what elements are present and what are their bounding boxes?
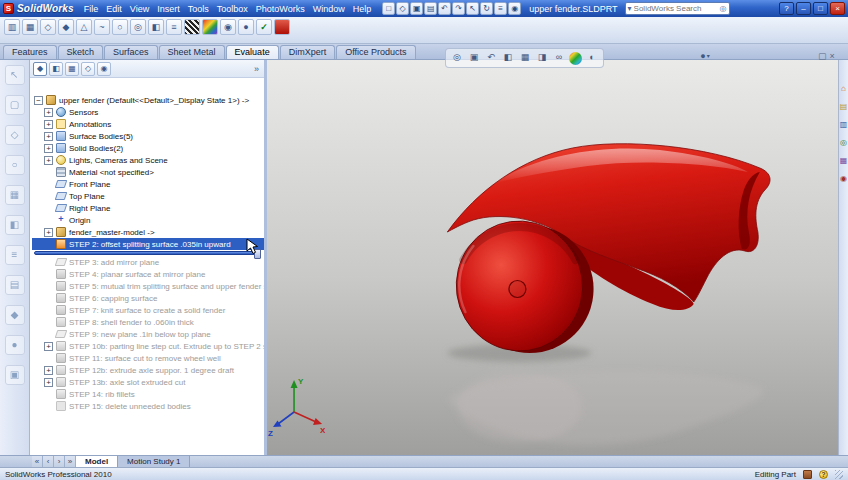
section-view-icon[interactable]: ◧ [5,215,25,235]
expand-toggle-icon[interactable] [44,366,53,375]
feature-tree-item[interactable]: STEP 2: offset splitting surface .035in … [32,238,264,250]
menu-item[interactable]: Toolbox [213,2,252,16]
apply-scene-icon[interactable]: ◐ [585,51,599,65]
expand-toggle-icon[interactable] [44,144,53,153]
feature-tree-root[interactable]: upper fender (Default<<Default>_Display … [32,94,264,106]
new-document-icon[interactable]: □ [382,2,395,15]
spline-icon[interactable]: ~ [94,19,110,35]
edit-appearance-icon[interactable] [569,52,582,65]
scene-icon[interactable]: ▣ [5,365,25,385]
undo-icon[interactable]: ↶ [438,2,451,15]
feature-tree-item[interactable]: STEP 9: new plane .1in below top plane [32,328,264,340]
minimize-icon[interactable]: – [796,2,811,15]
feature-tree-item[interactable]: Material <not specified> [32,166,264,178]
feature-tree-item[interactable]: Top Plane [32,190,264,202]
tab-evaluate[interactable]: Evaluate [226,45,279,59]
menu-item[interactable]: PhotoWorks [252,2,309,16]
tab-sketch[interactable]: Sketch [58,45,104,59]
expand-toggle-icon[interactable] [34,96,43,105]
panel-overflow-icon[interactable]: » [252,64,261,74]
redo-icon[interactable]: ↷ [452,2,465,15]
tab-sheet-metal[interactable]: Sheet Metal [159,45,225,59]
grid-icon[interactable]: ▦ [5,185,25,205]
viewports-icon[interactable]: ▥ [4,19,20,35]
design-library-icon[interactable]: ▤ [840,102,848,111]
feature-tree-item[interactable]: STEP 12b: extrude axle suppor. 1 degree … [32,364,264,376]
view-sketches-icon[interactable]: △ [76,19,92,35]
file-explorer-icon[interactable]: ▥ [840,120,848,129]
feature-tree-item[interactable]: STEP 10b: parting line step cut. Extrude… [32,340,264,352]
feature-tree-item[interactable]: Solid Bodies(2) [32,142,264,154]
options-icon[interactable]: ≡ [494,2,507,15]
close-pane-icon[interactable]: × [830,51,835,61]
deviation-analysis-icon[interactable]: ● [238,19,254,35]
feature-tree-item[interactable]: Right Plane [32,202,264,214]
view-palette-icon[interactable]: ▦ [840,156,848,165]
menu-item[interactable]: Help [349,2,376,16]
menu-item[interactable]: Insert [153,2,184,16]
zebra-stripes-icon[interactable] [184,19,200,35]
tab-motion-study-1[interactable]: Motion Study 1 [118,456,190,467]
resources-icon[interactable]: ⌂ [841,84,846,93]
previous-view-icon[interactable]: ↶ [484,51,498,65]
help-icon[interactable]: ? [779,2,794,15]
expand-toggle-icon[interactable] [44,108,53,117]
feature-tree-item[interactable]: STEP 6: capping surface [32,292,264,304]
expand-toggle-icon[interactable] [44,378,53,387]
feature-tree-item[interactable]: STEP 4: planar surface at mirror plane [32,268,264,280]
menu-item[interactable]: View [126,2,153,16]
feature-tree-item[interactable]: STEP 14: rib fillets [32,388,264,400]
tab-model[interactable]: Model [76,456,118,467]
search-input[interactable] [634,3,718,14]
configurationmanager-icon[interactable]: ▦ [65,62,79,76]
quick-view-icon[interactable]: ● [698,50,712,64]
expand-toggle-icon[interactable] [44,132,53,141]
expand-toggle-icon[interactable] [44,228,53,237]
feature-tree-item[interactable]: STEP 5: mutual trim splitting surface an… [32,280,264,292]
search-results-icon[interactable]: ◎ [840,138,847,147]
circle-sketch-icon[interactable]: ○ [112,19,128,35]
zoom-area-icon[interactable]: ▣ [467,51,481,65]
offset-entities-icon[interactable]: ≡ [166,19,182,35]
feature-tree-item[interactable]: fender_master-model -> [32,226,264,238]
display-style-icon[interactable]: ◨ [535,51,549,65]
menu-item[interactable]: Tools [184,2,213,16]
menu-item[interactable]: File [80,2,103,16]
library-icon[interactable]: ▤ [5,275,25,295]
feature-tree-item[interactable]: STEP 13b: axle slot extruded cut [32,376,264,388]
tab-scroll-left-icon[interactable]: ‹ [43,456,54,467]
feature-tree-item[interactable]: Surface Bodies(5) [32,130,264,142]
rollback-bar-handle[interactable] [254,249,261,259]
sketch-icon[interactable]: ▢ [5,95,25,115]
rollback-bar[interactable] [34,251,260,255]
section-view-icon[interactable]: ◧ [501,51,515,65]
zoom-fit-icon[interactable]: ◎ [450,51,464,65]
appearances-icon[interactable]: ◉ [840,174,847,183]
curvature-analysis-icon[interactable]: ◉ [220,19,236,35]
quick-tips-icon[interactable]: ? [819,470,828,479]
mirror-entities-icon[interactable]: ◧ [148,19,164,35]
featuremanager-tree-icon[interactable]: ◆ [33,62,47,76]
save-icon[interactable]: ▣ [410,2,423,15]
render-icon[interactable]: ✓ [256,19,272,35]
tab-scroll-first-icon[interactable]: « [32,456,43,467]
display-settings-icon[interactable]: ≡ [5,245,25,265]
expand-toggle-icon[interactable] [44,342,53,351]
circle-icon[interactable]: ○ [5,155,25,175]
feature-tree-item[interactable]: STEP 11: surface cut to remove wheel wel… [32,352,264,364]
feature-tree-item[interactable]: STEP 8: shell fender to .060in thick [32,316,264,328]
abort-render-icon[interactable] [274,19,290,35]
feature-tree-item[interactable]: STEP 7: knit surface to create a solid f… [32,304,264,316]
displaymanager-icon[interactable]: ◉ [97,62,111,76]
draft-analysis-icon[interactable] [202,19,218,35]
tab-surfaces[interactable]: Surfaces [104,45,158,59]
open-document-icon[interactable]: ◇ [396,2,409,15]
print-icon[interactable]: ▤ [424,2,437,15]
select-arrow-icon[interactable]: ↖ [5,65,25,85]
render-icon[interactable]: ● [5,335,25,355]
rebuild-icon[interactable]: ↻ [480,2,493,15]
tab-features[interactable]: Features [3,45,57,59]
grid-snap-icon[interactable]: ▦ [22,19,38,35]
menu-item[interactable]: Edit [102,2,126,16]
instant3d-icon[interactable]: ◆ [58,19,74,35]
